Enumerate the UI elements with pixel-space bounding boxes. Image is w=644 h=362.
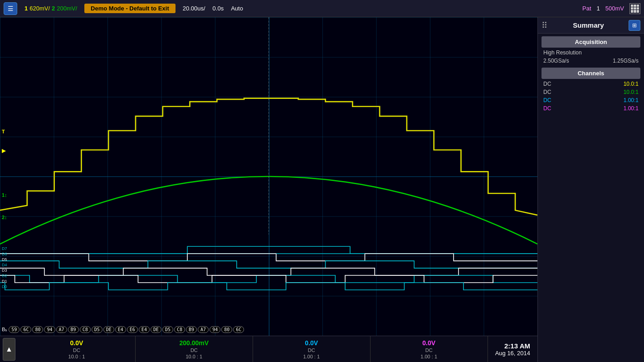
- channels-section[interactable]: Channels: [542, 68, 640, 79]
- grid-settings-icon[interactable]: [629, 3, 640, 14]
- bus-seg-0: 59: [9, 326, 20, 333]
- main-area: T ▶ 1↕ 2↕ D7 D6 D5 D4 D3 D2 D1 D0 B₁ 59 …: [0, 17, 644, 362]
- status-ch4[interactable]: 0.0V DC 1.00 : 1: [371, 336, 488, 362]
- ch4-status-value: 0.0V: [422, 339, 435, 347]
- status-ch1[interactable]: 0.0V DC 10.0 : 1: [18, 336, 136, 362]
- timebase-display: 20.00us/: [183, 5, 205, 12]
- trigger-arrow: ▶: [2, 148, 5, 154]
- bus-seg-1: 6C: [20, 326, 31, 333]
- ch4-status-sub: 1.00 : 1: [420, 354, 437, 359]
- pat-num: 1: [597, 5, 600, 12]
- status-date: Aug 16, 2014: [495, 350, 530, 357]
- ch3-status-value: 0.0V: [305, 339, 318, 347]
- sample-rate-row: 2.50GSa/s 1.25GSa/s: [538, 57, 644, 65]
- high-res-row: High Resolution: [538, 49, 644, 57]
- acquisition-section[interactable]: Acquisition: [542, 36, 640, 48]
- panel-ch1-dc: DC: [543, 81, 551, 87]
- bus-seg-16: A7: [198, 326, 209, 333]
- panel-grid-button[interactable]: ⊞: [629, 20, 640, 31]
- ch1-status-sub: 10.0 : 1: [68, 354, 85, 359]
- status-datetime: 2:13 AM Aug 16, 2014: [488, 342, 537, 357]
- panel-ch2-row: DC 10.0:1: [538, 88, 644, 96]
- panel-ch1-val: 10.0:1: [624, 81, 639, 87]
- panel-ch2-dc: DC: [543, 89, 551, 95]
- ch1-marker: T: [2, 129, 5, 134]
- trigger-pos-display: 0.0s: [213, 5, 224, 12]
- ch2-number: 2: [52, 5, 55, 12]
- panel-ch4-row: DC 1.00:1: [538, 104, 644, 113]
- sample-rate-1: 2.50GSa/s: [543, 58, 569, 64]
- ch2-ground-marker: 2↕: [2, 215, 7, 220]
- bus-seg-13: D5: [162, 326, 173, 333]
- status-ch3[interactable]: 0.0V DC 1.00 : 1: [253, 336, 371, 362]
- panel-dots-icon: ⠿: [542, 20, 548, 30]
- ch1-voltage: 620mV/: [29, 5, 50, 12]
- panel-ch4-val: 1.00:1: [624, 105, 639, 112]
- ch1-status-label: DC: [73, 347, 80, 353]
- ch1-number: 1: [24, 5, 28, 12]
- sample-rate-2: 1.25GSa/s: [613, 58, 639, 64]
- panel-ch3-row: DC 1.00:1: [538, 96, 644, 104]
- toolbar: ☰ 1 620mV/ 2 200mV/ Demo Mode - Default …: [0, 0, 644, 17]
- bus-seg-4: A7: [56, 326, 67, 333]
- panel-title: Summary: [573, 21, 604, 29]
- bus-labels-row: B₁ 59 6C 80 94 A7 B9 C8 D5 DE E4 E6 E4 D…: [0, 323, 537, 336]
- panel-ch4-dc: DC: [543, 105, 551, 112]
- ch1-info: 1 620mV/ 2 200mV/: [24, 5, 77, 12]
- ch2-status-value: 200.00mV: [180, 339, 209, 347]
- panel-ch3-dc: DC: [543, 97, 551, 103]
- menu-icon[interactable]: ☰: [4, 2, 17, 15]
- bus-seg-18: 80: [221, 326, 232, 333]
- bus-seg-5: B9: [68, 326, 79, 333]
- right-panel: ⠿ Summary ⊞ Acquisition High Resolution …: [537, 17, 644, 362]
- ch3-status-label: DC: [308, 347, 315, 353]
- bus-seg-7: D5: [92, 326, 102, 333]
- status-ch2[interactable]: 200.00mV DC 10.0 : 1: [136, 336, 253, 362]
- ch2-status-sub: 10.0 : 1: [186, 354, 203, 359]
- bus-seg-15: B9: [186, 326, 197, 333]
- panel-ch3-val: 1.00:1: [624, 97, 639, 103]
- demo-mode-button[interactable]: Demo Mode - Default to Exit: [84, 4, 176, 13]
- scope-canvas: T ▶ 1↕ 2↕ D7 D6 D5 D4 D3 D2 D1 D0 B₁ 59 …: [0, 17, 537, 336]
- panel-ch2-val: 10.0:1: [624, 89, 639, 95]
- panel-ch1-row: DC 10.0:1: [538, 80, 644, 88]
- ch2-voltage: 200mV/: [57, 5, 77, 12]
- bus-seg-9: E4: [115, 326, 126, 333]
- digital-labels: D7 D6 D5 D4 D3 D2 D1 D0: [2, 246, 7, 289]
- bus-seg-6: C8: [80, 326, 91, 333]
- toolbar-right: Pat 1 500mV: [582, 3, 640, 14]
- trigger-mode-display: Auto: [231, 5, 243, 12]
- pat-label: Pat: [582, 5, 591, 12]
- bus-seg-3: 94: [44, 326, 55, 333]
- bus-seg-10: E6: [127, 326, 138, 333]
- bus-seg-2: 80: [32, 326, 43, 333]
- scope-display: T ▶ 1↕ 2↕ D7 D6 D5 D4 D3 D2 D1 D0 B₁ 59 …: [0, 17, 537, 362]
- bus-seg-17: 94: [210, 326, 220, 333]
- ch4-status-label: DC: [425, 347, 433, 353]
- status-time: 2:13 AM: [504, 342, 530, 350]
- ch1-status-value: 0.0V: [70, 339, 83, 347]
- bus-seg-11: E4: [139, 326, 150, 333]
- pat-voltage: 500mV: [605, 5, 624, 12]
- bus-seg-8: DE: [103, 326, 114, 333]
- scroll-up-button[interactable]: ▲: [3, 338, 15, 361]
- status-bar: ▲ 0.0V DC 10.0 : 1 200.00mV DC 10.0 : 1 …: [0, 336, 537, 362]
- panel-header: ⠿ Summary ⊞: [538, 17, 644, 34]
- bus-seg-14: C8: [174, 326, 185, 333]
- high-res-label: High Resolution: [543, 49, 582, 56]
- status-channels: 0.0V DC 10.0 : 1 200.00mV DC 10.0 : 1 0.…: [18, 336, 488, 362]
- ch2-status-label: DC: [190, 347, 198, 353]
- waveform-svg: [0, 17, 537, 336]
- ch3-status-sub: 1.00 : 1: [303, 354, 320, 359]
- bus-prefix: B₁: [2, 327, 7, 333]
- bus-seg-19: 6C: [233, 326, 244, 333]
- bus-seg-12: DE: [151, 326, 161, 333]
- ch1-ground-marker: 1↕: [2, 192, 7, 198]
